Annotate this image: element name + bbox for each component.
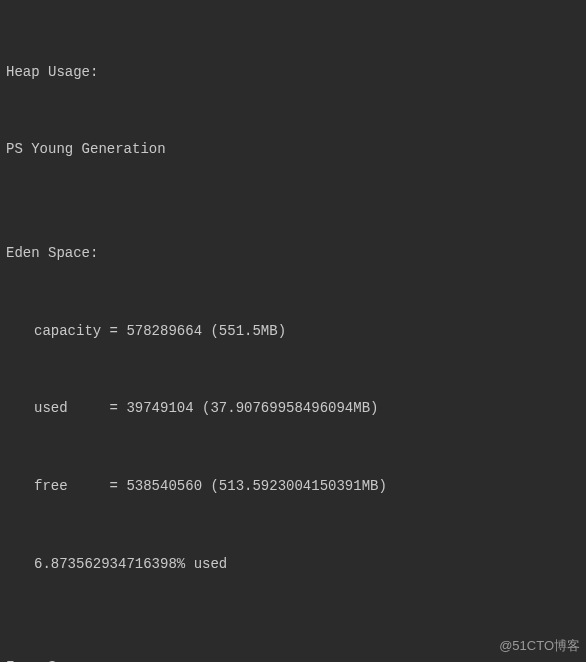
- ps-young-header: PS Young Generation: [6, 137, 580, 163]
- terminal-output: Heap Usage: PS Young Generation Eden Spa…: [6, 8, 580, 662]
- eden-capacity: capacity = 578289664 (551.5MB): [6, 319, 580, 345]
- eden-free: free = 538540560 (513.5923004150391MB): [6, 474, 580, 500]
- heap-usage-header: Heap Usage:: [6, 60, 580, 86]
- eden-pct: 6.873562934716398% used: [6, 552, 580, 578]
- watermark: @51CTO博客: [499, 634, 580, 658]
- eden-used: used = 39749104 (37.90769958496094MB): [6, 396, 580, 422]
- eden-title: Eden Space:: [6, 241, 580, 267]
- from-title: From Space:: [6, 655, 580, 662]
